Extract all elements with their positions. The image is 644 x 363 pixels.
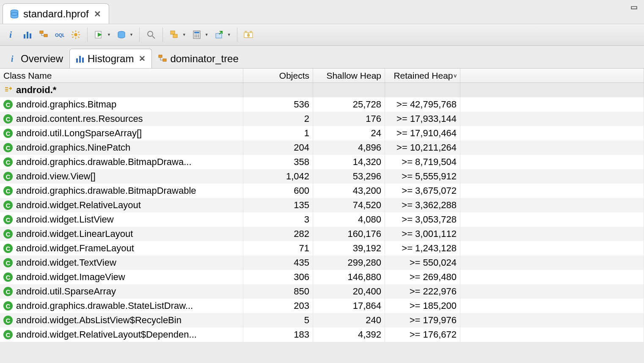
- class-name-text: android.graphics.Bitmap: [16, 99, 116, 110]
- cell-empty: [460, 313, 644, 327]
- cell-objects: 5: [243, 313, 313, 327]
- sort-indicator: v: [454, 72, 457, 79]
- cell-objects: 1,042: [243, 169, 313, 184]
- class-name-text: android.widget.FrameLayout: [16, 243, 134, 254]
- table-row[interactable]: Candroid.widget.ImageView306146,880>= 26…: [0, 270, 644, 284]
- cell-classname: Candroid.content.res.Resources: [0, 112, 243, 126]
- cell-shallow: 43,200: [313, 184, 385, 198]
- cell-classname: Candroid.graphics.NinePatch: [0, 140, 243, 155]
- table-row[interactable]: Candroid.content.res.Resources2176>= 17,…: [0, 112, 644, 126]
- calculator-icon[interactable]: [190, 28, 204, 42]
- run-report-icon[interactable]: [92, 28, 106, 42]
- cell-classname: Candroid.widget.RelativeLayout$Dependen.…: [0, 327, 243, 342]
- table-row[interactable]: Candroid.graphics.NinePatch2044,896>= 10…: [0, 140, 644, 155]
- cell-objects: 435: [243, 256, 313, 270]
- search-icon[interactable]: [144, 28, 158, 42]
- table-row[interactable]: Candroid.graphics.drawable.BitmapDrawabl…: [0, 184, 644, 198]
- svg-rect-11: [75, 37, 76, 39]
- dominator-tree-icon[interactable]: [36, 28, 51, 42]
- table-row[interactable]: Candroid.widget.LinearLayout282160,176>=…: [0, 227, 644, 241]
- table-row[interactable]: Candroid.widget.TextView435299,280>= 550…: [0, 256, 644, 270]
- close-icon[interactable]: ✕: [92, 9, 103, 19]
- dropdown-arrow-icon[interactable]: ▼: [182, 33, 186, 37]
- cell-empty: [460, 126, 644, 140]
- close-icon[interactable]: ✕: [139, 54, 146, 63]
- column-header-objects[interactable]: Objects: [243, 69, 313, 82]
- column-header-empty: [460, 69, 644, 82]
- table-row[interactable]: Candroid.graphics.drawable.StateListDraw…: [0, 299, 644, 313]
- class-name-text: android.util.LongSparseArray[]: [16, 128, 142, 139]
- histogram-icon[interactable]: [20, 28, 35, 42]
- dropdown-arrow-icon[interactable]: ▼: [205, 33, 209, 37]
- tab-dominator-tree[interactable]: dominator_tree: [152, 49, 245, 68]
- svg-rect-12: [72, 34, 73, 35]
- query-db-icon[interactable]: [114, 28, 129, 42]
- minimize-icon[interactable]: ▭: [630, 3, 638, 12]
- cell-empty: [460, 227, 644, 241]
- cell-shallow: 74,520: [313, 198, 385, 212]
- filter-objects-cell[interactable]: [243, 83, 313, 97]
- table-row[interactable]: Candroid.view.View[]1,04253,296>= 5,555,…: [0, 169, 644, 184]
- class-name-text: android.widget.RelativeLayout$Dependen..…: [16, 329, 197, 340]
- table-row[interactable]: Candroid.widget.RelativeLayout$Dependen.…: [0, 327, 644, 342]
- class-icon: C: [3, 201, 13, 210]
- compare-icon[interactable]: [242, 28, 256, 42]
- table-row[interactable]: Candroid.widget.FrameLayout7139,192>= 1,…: [0, 241, 644, 256]
- cell-classname: Candroid.view.View[]: [0, 169, 243, 184]
- svg-rect-4: [27, 32, 28, 38]
- dropdown-arrow-icon[interactable]: ▼: [107, 33, 111, 37]
- cell-objects: 183: [243, 327, 313, 342]
- filter-shallow-cell[interactable]: [313, 83, 385, 97]
- dropdown-arrow-icon[interactable]: ▼: [129, 33, 133, 37]
- cell-empty: [460, 97, 644, 112]
- gear-icon[interactable]: [69, 28, 83, 42]
- cell-classname: Candroid.widget.TextView: [0, 256, 243, 270]
- tab-label: dominator_tree: [170, 53, 238, 65]
- toolbar: i OQL ▼ ▼ ▼ ▼ ▼: [0, 24, 644, 46]
- export-icon[interactable]: [212, 28, 226, 42]
- group-icon[interactable]: [167, 28, 182, 42]
- cell-objects: 203: [243, 299, 313, 313]
- table-row[interactable]: Candroid.widget.RelativeLayout13574,520>…: [0, 198, 644, 212]
- cell-empty: [460, 270, 644, 284]
- toolbar-separator: [87, 28, 88, 42]
- cell-empty: [460, 155, 644, 169]
- table-row[interactable]: Candroid.widget.ListView34,080>= 3,053,7…: [0, 212, 644, 227]
- svg-point-20: [148, 31, 153, 36]
- cell-empty: [460, 83, 644, 97]
- cell-objects: 306: [243, 270, 313, 284]
- column-header-shallow[interactable]: Shallow Heap: [313, 69, 385, 82]
- cell-shallow: 20,400: [313, 284, 385, 299]
- editor-tab-bar: standard.hprof ✕ ▭: [0, 0, 644, 24]
- svg-rect-24: [194, 32, 199, 33]
- cell-shallow: 24: [313, 126, 385, 140]
- filter-retained-cell[interactable]: [385, 83, 460, 97]
- class-icon: C: [3, 100, 13, 109]
- table-row[interactable]: Candroid.util.LongSparseArray[]124>= 17,…: [0, 126, 644, 140]
- tab-overview[interactable]: i Overview: [3, 49, 69, 68]
- oql-icon[interactable]: OQL: [52, 28, 67, 42]
- cell-empty: [460, 184, 644, 198]
- dropdown-arrow-icon[interactable]: ▼: [227, 33, 231, 37]
- filter-row[interactable]: android.*: [0, 83, 644, 97]
- cell-retained: >= 5,555,912: [385, 169, 460, 184]
- table-row[interactable]: Candroid.graphics.Bitmap53625,728>= 42,7…: [0, 97, 644, 112]
- class-icon: C: [3, 272, 13, 282]
- table-row[interactable]: Candroid.graphics.drawable.BitmapDrawa..…: [0, 155, 644, 169]
- table-row[interactable]: Candroid.util.SparseArray85020,400>= 222…: [0, 284, 644, 299]
- svg-rect-5: [30, 33, 31, 38]
- cell-objects: 71: [243, 241, 313, 256]
- cell-objects: 282: [243, 227, 313, 241]
- column-header-classname[interactable]: Class Name: [0, 69, 243, 82]
- database-icon: [9, 8, 20, 19]
- filter-classname-cell[interactable]: android.*: [0, 83, 243, 97]
- class-icon: C: [3, 129, 13, 138]
- column-header-retained[interactable]: Retained Heapv: [385, 69, 460, 82]
- editor-tab[interactable]: standard.hprof ✕: [3, 3, 109, 24]
- table-row[interactable]: Candroid.widget.AbsListView$RecycleBin52…: [0, 313, 644, 327]
- info-icon[interactable]: i: [4, 28, 19, 42]
- cell-classname: Candroid.graphics.Bitmap: [0, 97, 243, 112]
- tab-histogram[interactable]: Histogram ✕: [69, 49, 152, 68]
- cell-retained: >= 42,795,768: [385, 97, 460, 112]
- cell-objects: 1: [243, 126, 313, 140]
